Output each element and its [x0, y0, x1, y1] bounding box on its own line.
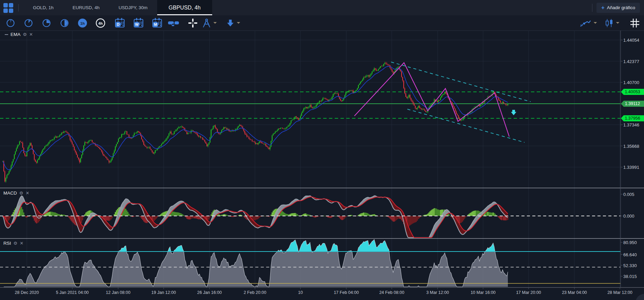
last-price-badge: 1.39112 — [621, 101, 644, 107]
rsi-close-icon[interactable]: ✕ — [20, 241, 23, 246]
time-tick-label: 23 Mar 04:00 — [562, 290, 587, 295]
macd-label: MACD — [3, 191, 17, 196]
chart-canvas[interactable] — [0, 0, 644, 300]
price-tick-label: 1.40700 — [623, 80, 639, 85]
level-price-badge: 1.40053 — [621, 89, 644, 95]
time-tick-label: 24 Feb 08:00 — [379, 290, 404, 295]
time-tick-label: 12 Jan 08:00 — [106, 290, 130, 295]
macd-indicator-legend: MACD ⚙ ✕ — [3, 191, 29, 196]
ema-close-icon[interactable]: ✕ — [29, 32, 33, 37]
price-tick-label: 1.35668 — [623, 143, 639, 148]
rsi-indicator-legend: RSI ⚙ ✕ — [3, 241, 23, 246]
ema-settings-gear-icon[interactable]: ⚙ — [23, 32, 27, 37]
rsi-tick-label: 66.640 — [623, 252, 637, 257]
price-tick-label: 1.37346 — [623, 122, 639, 127]
level-price-badge: 1.37956 — [621, 115, 644, 121]
time-tick-label: 26 Jan 16:00 — [197, 290, 222, 295]
ema-line — [3, 66, 508, 170]
rsi-tick-label: 38.015 — [623, 274, 637, 279]
time-tick-label: 17 Feb 04:00 — [334, 290, 359, 295]
candlestick-series — [2, 62, 508, 182]
time-tick-label: 10 Mar 16:00 — [471, 290, 496, 295]
time-tick-label: 5 Jan 2021 04:00 — [56, 290, 89, 295]
time-tick-label: 3 Mar 12:00 — [426, 290, 449, 295]
price-tick-label: 1.42377 — [623, 59, 639, 64]
time-tick-label: 10 — [298, 290, 303, 295]
macd-close-icon[interactable]: ✕ — [25, 191, 29, 196]
macd-tick-label: 0.000 — [623, 214, 634, 219]
time-tick-label: 2 Feb 20:00 — [244, 290, 266, 295]
time-tick-label: 28 Mar 12:00 — [607, 290, 632, 295]
price-tick-label: 1.33991 — [623, 165, 639, 170]
time-tick-label: 17 Mar 20:00 — [516, 290, 541, 295]
trading-app: GOLD, 1hEURUSD, 4hUSDJPY, 30mGBPUSD, 4h … — [0, 0, 644, 300]
rsi-tick-label: 52.330 — [623, 263, 637, 268]
rsi-tick-label: 80.950 — [623, 240, 637, 245]
time-tick-label: 28 Dec 2020 — [15, 290, 39, 295]
rsi-area — [4, 239, 508, 287]
sell-arrow-marker — [511, 110, 516, 115]
rsi-label: RSI — [3, 241, 11, 246]
price-tick-label: 1.44054 — [623, 38, 639, 43]
chevron-left-icon: « — [642, 299, 644, 300]
rsi-settings-gear-icon[interactable]: ⚙ — [14, 241, 18, 246]
macd-settings-gear-icon[interactable]: ⚙ — [19, 191, 23, 196]
ema-color-swatch — [5, 34, 8, 35]
macd-tick-label: 0.005 — [623, 192, 634, 197]
time-tick-label: 19 Jan 12:00 — [151, 290, 176, 295]
ema-label: EMA — [11, 32, 20, 37]
ema-indicator-legend: EMA ⚙ ✕ — [5, 32, 33, 37]
